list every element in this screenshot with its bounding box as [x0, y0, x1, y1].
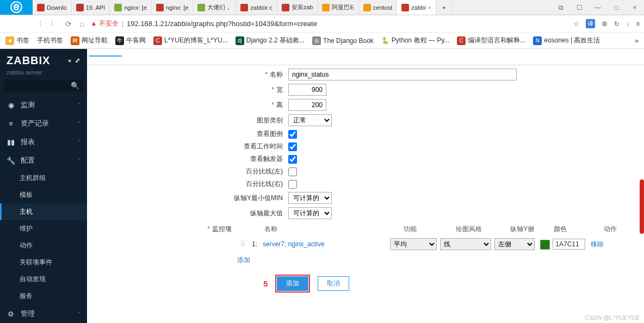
- browser-tab[interactable]: nginx: [e: [152, 0, 194, 15]
- bookmark-label: 书签: [16, 36, 29, 45]
- extensions-icon[interactable]: ⚙: [602, 20, 608, 28]
- browser-tab[interactable]: nginx: [e: [110, 0, 152, 15]
- browser-tab[interactable]: Downlo: [33, 0, 72, 15]
- bookmark-label: Python 教程 — Py...: [392, 36, 449, 45]
- tab-label: 大佬们，: [207, 3, 231, 11]
- name-input[interactable]: [288, 69, 517, 80]
- tab-label: 阿里巴E: [332, 3, 354, 11]
- bookmark-item[interactable]: 牛牛客网: [115, 36, 146, 45]
- sidebar-sub-item[interactable]: 维护: [0, 220, 87, 237]
- percent-right-checkbox[interactable]: [288, 180, 297, 189]
- bookmark-icon: C: [457, 36, 466, 45]
- maximize-button[interactable]: □: [607, 0, 626, 15]
- sidebar-sub-item[interactable]: 自动发现: [0, 271, 87, 288]
- bookmarks-overflow[interactable]: »: [635, 37, 639, 45]
- favicon: [240, 4, 248, 11]
- item-index: 1:: [249, 240, 259, 248]
- sidebar-sub-item[interactable]: 动作: [0, 237, 87, 254]
- percent-left-checkbox[interactable]: [288, 167, 297, 176]
- downloads-icon[interactable]: ↓: [626, 20, 629, 28]
- bookmark-item[interactable]: ★书签: [5, 36, 29, 45]
- color-value[interactable]: 1A7C11: [553, 239, 585, 250]
- bookmark-star-icon[interactable]: ☆: [573, 20, 579, 28]
- sidebar-item[interactable]: 🔧配置˄: [0, 151, 87, 170]
- back-button[interactable]: 〈: [34, 19, 44, 29]
- worktime-checkbox[interactable]: [288, 142, 297, 151]
- browser-tab[interactable]: centost: [359, 0, 397, 15]
- item-style-select[interactable]: 线: [440, 238, 491, 250]
- item-name-link[interactable]: server7: nginx_active: [259, 240, 390, 248]
- graph-type-select[interactable]: 正常: [288, 114, 332, 126]
- sidebar-expand-icon[interactable]: ⤢: [75, 57, 81, 64]
- browser-tab[interactable]: zabbi×: [397, 0, 436, 15]
- drag-handle-icon[interactable]: ⠿: [237, 240, 249, 248]
- bookmark-icon: C: [153, 36, 162, 45]
- triggers-checkbox[interactable]: [288, 155, 297, 164]
- reload-button[interactable]: ⟳: [64, 20, 73, 28]
- window-controls: ⧉ ☐ — □ ×: [552, 0, 644, 15]
- close-window-button[interactable]: ×: [626, 0, 644, 15]
- sidebar-item[interactable]: ◉监测˅: [0, 96, 87, 114]
- url-field[interactable]: ▲ 不安全 | 192.168.1.21/zabbix/graphs.php?h…: [90, 19, 568, 28]
- color-swatch[interactable]: [540, 240, 550, 250]
- bookmark-item[interactable]: 🐍Python 教程 — Py...: [381, 36, 449, 45]
- tab-label: 19. API: [86, 4, 105, 11]
- bookmark-item[interactable]: djDjango 2.2 基础教...: [236, 36, 305, 45]
- search-icon: 🔍: [71, 82, 79, 90]
- close-tab-icon[interactable]: ×: [428, 4, 431, 11]
- add-item-link[interactable]: 添加: [237, 256, 250, 265]
- label-width: 宽: [276, 86, 283, 94]
- win-btn-b[interactable]: ☐: [570, 0, 589, 15]
- bookmark-item[interactable]: 手机书签: [37, 36, 63, 45]
- translate-icon[interactable]: 译: [586, 19, 595, 28]
- browser-tab[interactable]: 大佬们，: [193, 0, 236, 15]
- favicon: [37, 4, 45, 11]
- new-tab-button[interactable]: +: [436, 0, 453, 15]
- cancel-button[interactable]: 取消: [318, 276, 349, 291]
- bookmark-item[interactable]: CL*YUE的博客_L*YU...: [153, 36, 228, 45]
- scroll-indicator[interactable]: [640, 179, 644, 234]
- bookmark-icon: ★: [5, 36, 14, 45]
- browser-tab[interactable]: zabbix c: [236, 0, 277, 15]
- remove-item-link[interactable]: 移除: [585, 240, 609, 249]
- label-percent-right: 百分比线(右): [246, 180, 283, 188]
- sidebar-search[interactable]: 🔍: [4, 80, 83, 91]
- main-content: *名称 *宽 *高 图形类别 正常 查看图例 查看工作时间 查看触发器 百分比线: [87, 49, 644, 323]
- bookmark-item[interactable]: ◎The Django Book: [312, 36, 374, 45]
- home-button[interactable]: ⌂: [78, 20, 85, 28]
- content-tabstrip: [87, 55, 644, 65]
- sidebar-sub-item[interactable]: 模板: [0, 187, 87, 203]
- browser-tab[interactable]: 19. API: [72, 0, 110, 15]
- sidebar-item[interactable]: ▮▮报表˅: [0, 133, 87, 151]
- annotation-5: 5: [263, 279, 268, 288]
- win-btn-a[interactable]: ⧉: [552, 0, 570, 15]
- legend-checkbox[interactable]: [288, 130, 297, 139]
- sidebar-sub-item[interactable]: 主机群组: [0, 170, 87, 187]
- sidebar-sub-item[interactable]: 服务: [0, 288, 87, 305]
- browser-tab[interactable]: 安装zab: [277, 0, 318, 15]
- sidebar-item[interactable]: ≡资产记录˅: [0, 114, 87, 133]
- sidebar-collapse-icon[interactable]: «: [68, 57, 72, 64]
- menu-icon[interactable]: ≡: [636, 20, 640, 28]
- submit-button[interactable]: 添加: [277, 276, 308, 291]
- favicon: [76, 4, 84, 11]
- sidebar-item-admin[interactable]: ⚙ 管理 ˅: [0, 305, 87, 323]
- tab-label: zabbi: [411, 4, 425, 11]
- bookmark-item[interactable]: 网网址导航: [71, 36, 108, 45]
- height-input[interactable]: [288, 99, 326, 111]
- ymax-select[interactable]: 可计算的: [288, 207, 332, 219]
- ymin-select[interactable]: 可计算的: [288, 192, 332, 204]
- item-func-select[interactable]: 平均: [390, 238, 437, 250]
- item-side-select[interactable]: 左侧: [494, 238, 535, 250]
- sidebar-sub-item[interactable]: 关联项事件: [0, 254, 87, 271]
- width-input[interactable]: [288, 84, 326, 96]
- minimize-button[interactable]: —: [589, 0, 607, 15]
- bookmark-item[interactable]: C编译型语言和解释...: [457, 36, 525, 45]
- forward-button[interactable]: 〉: [49, 19, 59, 29]
- browser-tab[interactable]: 阿里巴E: [318, 0, 358, 15]
- history-icon[interactable]: ↻: [614, 20, 620, 28]
- items-table-header: 名称 功能 绘图风格 纵轴Y侧 颜色 动作: [237, 222, 633, 236]
- bookmark-item[interactable]: Neosones | 高效生活: [533, 36, 600, 45]
- sidebar-sub-item[interactable]: 主机: [0, 203, 87, 220]
- bookmark-label: 手机书签: [37, 36, 63, 45]
